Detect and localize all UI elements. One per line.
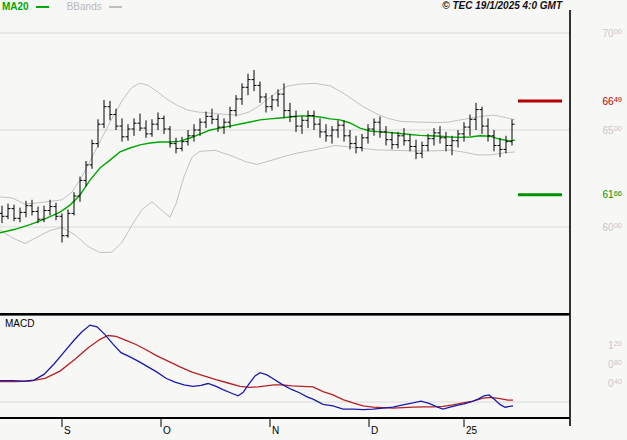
ohlc-bar [384,126,389,145]
macd-label-120: 120 [608,339,622,353]
ohlc-bar [330,126,335,144]
price-label-6000: 6000 [603,221,622,235]
ohlc-bar [402,128,407,145]
ohlc-bar [240,83,245,104]
ma20-line [0,116,515,233]
level-label-6166: 6166 [603,188,622,202]
ohlc-bar [210,109,215,125]
macd-label-080: 080 [608,358,622,372]
ohlc-bar [426,134,431,151]
ohlc-bar [396,132,401,149]
ohlc-bar [174,138,179,154]
ohlc-bar [168,126,173,147]
ohlc-bar [144,120,149,138]
ohlc-bar [192,124,197,141]
ohlc-bar [228,107,233,128]
ohlc-bar [288,103,293,122]
ohlc-bar [324,124,329,141]
ohlc-bar [438,126,443,144]
ohlc-bar [78,177,83,202]
ohlc-bar [126,124,131,141]
ohlc-bar [18,208,23,223]
month-label-S: S [64,426,71,436]
month-label-N: N [272,426,279,436]
ohlc-bar [354,136,359,154]
bottom-axis [0,417,570,419]
ohlc-bar [378,116,383,137]
ohlc-bar [102,100,107,128]
macd-signal-line [0,336,513,409]
ohlc-bar [474,103,479,130]
ohlc-bar [342,120,347,141]
ohlc-bar [0,206,5,223]
macd-panel-label: MACD [5,318,34,329]
chart-plot-area [0,0,627,440]
ohlc-bar [318,118,323,137]
ohlc-bar [234,95,239,116]
ohlc-bar [162,116,167,134]
ohlc-bar [264,93,269,112]
ohlc-bar [138,114,143,132]
ohlc-bar [156,113,161,131]
ohlc-bar [432,128,437,145]
ohlc-bar [414,140,419,159]
macd-line [0,325,513,410]
ohlc-bar [54,203,59,220]
ohlc-bar [180,137,185,152]
ohlc-bar [252,70,257,91]
month-label-D: D [371,426,378,436]
month-label-25: 25 [466,426,477,436]
price-label-7000: 7000 [603,27,622,41]
ohlc-bar [48,200,53,216]
ohlc-bar [390,132,395,150]
ohlc-bar [462,122,467,141]
ohlc-bar [114,109,119,130]
ohlc-bar [456,130,461,148]
ohlc-bar [66,210,71,238]
ohlc-bar [504,136,509,154]
macd-label-040: 040 [608,377,622,391]
ohlc-bar [450,136,455,155]
ohlc-bar [444,132,449,151]
ohlc-bar [96,119,101,147]
panel-separator [0,313,570,316]
ohlc-bar [492,130,497,151]
ohlc-bar [204,112,209,129]
ohlc-bar [510,119,515,145]
month-label-O: O [163,426,171,436]
ohlc-bar [408,134,413,151]
ohlc-bar [312,111,317,130]
ohlc-bar [222,118,227,133]
ohlc-bar [336,120,341,138]
ohlc-bar [372,118,377,135]
ohlc-bar [366,124,371,143]
ohlc-bar [150,119,155,137]
level-label-6649: 6649 [603,95,622,109]
ohlc-bar [276,89,281,106]
bollinger-lower-band [0,146,515,253]
ohlc-bar [300,116,305,133]
ohlc-bar [132,118,137,135]
ohlc-bar [306,111,311,129]
ohlc-bar [12,205,17,222]
ohlc-bar [246,74,251,95]
ohlc-bar [420,142,425,159]
price-label-6500: 6500 [603,124,622,138]
ohlc-bar [6,204,11,220]
ohlc-bar [294,111,299,132]
ohlc-bar [30,200,35,216]
ohlc-bar [108,101,113,120]
ohlc-bar [258,82,263,103]
stock-chart: MA20 BBands © TEC 19/1/2025 4:0 GMT MACD… [0,0,627,440]
bollinger-upper-band [0,83,515,204]
